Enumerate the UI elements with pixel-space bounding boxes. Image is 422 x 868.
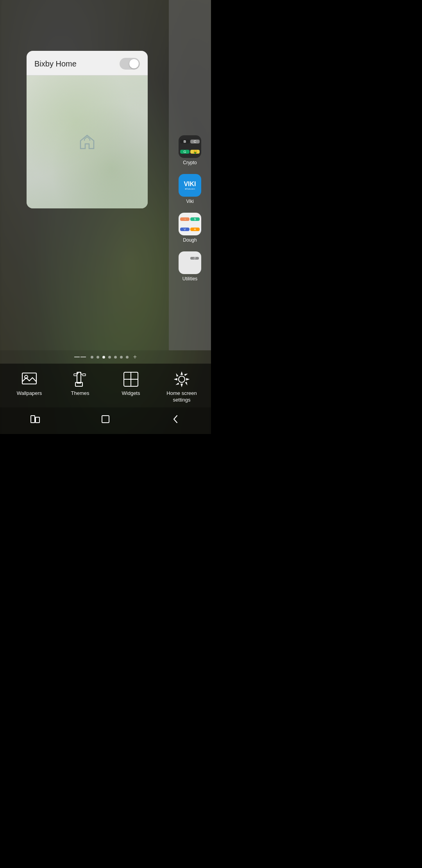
bottom-toolbar: Wallpapers Themes (0, 364, 211, 407)
back-button[interactable] (169, 412, 183, 426)
page-dot-7[interactable] (126, 356, 129, 359)
crypto-c4: 🤑 (190, 150, 200, 154)
rakuten-text: ●Rakuten (185, 188, 195, 190)
widgets-icon (122, 371, 139, 388)
bixby-panel: Bixby Home (27, 51, 148, 208)
dough-d4: A (190, 228, 200, 231)
page-lines (74, 357, 86, 357)
bixby-title: Bixby Home (34, 59, 77, 68)
dough-icon: → $ V A (179, 213, 201, 235)
themes-label: Themes (71, 390, 89, 397)
svg-rect-7 (82, 374, 86, 376)
home-svg (77, 132, 97, 152)
page-dot-5[interactable] (114, 356, 117, 359)
page-dot-2[interactable] (97, 356, 99, 359)
home-icon (77, 132, 97, 152)
themes-icon (72, 371, 89, 388)
crypto-c1: B (180, 140, 190, 143)
svg-rect-0 (22, 373, 36, 384)
page-add[interactable]: + (133, 353, 137, 360)
svg-rect-6 (74, 374, 77, 376)
homescreen-settings-label: Home screensettings (166, 390, 197, 404)
dough-d2: $ (190, 217, 200, 221)
svg-rect-13 (36, 417, 39, 423)
widgets-svg (122, 371, 139, 388)
themes-button[interactable]: Themes (64, 371, 96, 397)
nav-bar (0, 407, 211, 434)
main-screen: Bixby Home B C (0, 0, 211, 434)
crypto-c3: G (180, 150, 190, 154)
page-indicators: + (0, 350, 211, 364)
viki-text: VIKI (184, 181, 196, 187)
wallpapers-button[interactable]: Wallpapers (14, 371, 45, 397)
home-button[interactable] (98, 412, 113, 426)
phone-preview (27, 75, 148, 208)
dough-label: Dough (183, 237, 197, 243)
bixby-header: Bixby Home (27, 51, 148, 75)
widgets-button[interactable]: Widgets (115, 371, 147, 397)
svg-rect-12 (31, 416, 35, 423)
dough-d1: → (180, 217, 190, 221)
viki-label: Viki (186, 199, 193, 204)
app-item-crypto[interactable]: B C G 🤑 Crypto (177, 133, 203, 168)
wallpapers-icon (21, 371, 38, 388)
recents-icon (30, 414, 40, 424)
page-line-1 (74, 357, 80, 357)
apps-panel: B C G 🤑 Crypto VIKI ●Rakuten Viki → (169, 0, 211, 350)
utilities-icon: ⏱ (179, 251, 201, 274)
settings-svg (173, 371, 190, 388)
page-dot-1[interactable] (91, 356, 93, 359)
page-dot-6[interactable] (120, 356, 123, 359)
top-area: Bixby Home B C (0, 0, 211, 350)
bixby-toggle[interactable] (120, 58, 140, 70)
page-line-2 (80, 357, 86, 357)
crypto-label: Crypto (183, 160, 197, 165)
crypto-c2: C (190, 140, 200, 143)
svg-rect-14 (102, 416, 109, 423)
viki-icon: VIKI ●Rakuten (179, 174, 201, 197)
page-dot-3[interactable] (102, 356, 105, 359)
back-icon (171, 414, 181, 424)
app-item-viki[interactable]: VIKI ●Rakuten Viki (177, 172, 203, 206)
home-nav-icon (100, 414, 111, 424)
wallpapers-label: Wallpapers (17, 390, 42, 397)
page-dot-4[interactable] (108, 356, 111, 359)
homescreen-settings-button[interactable]: Home screensettings (166, 371, 197, 404)
homescreen-settings-icon (173, 371, 190, 388)
svg-point-11 (179, 376, 185, 382)
utilities-u2: ⏱ (190, 257, 199, 260)
utilities-label: Utilities (182, 276, 198, 282)
themes-svg (72, 371, 89, 388)
app-item-dough[interactable]: → $ V A Dough (177, 210, 203, 245)
wallpapers-svg (21, 371, 38, 388)
dough-d3: V (180, 228, 190, 231)
widgets-label: Widgets (122, 390, 140, 397)
app-item-utilities[interactable]: ⏱ Utilities (177, 249, 203, 284)
toggle-knob (129, 59, 139, 68)
crypto-icon: B C G 🤑 (179, 135, 201, 158)
recents-button[interactable] (28, 412, 42, 426)
